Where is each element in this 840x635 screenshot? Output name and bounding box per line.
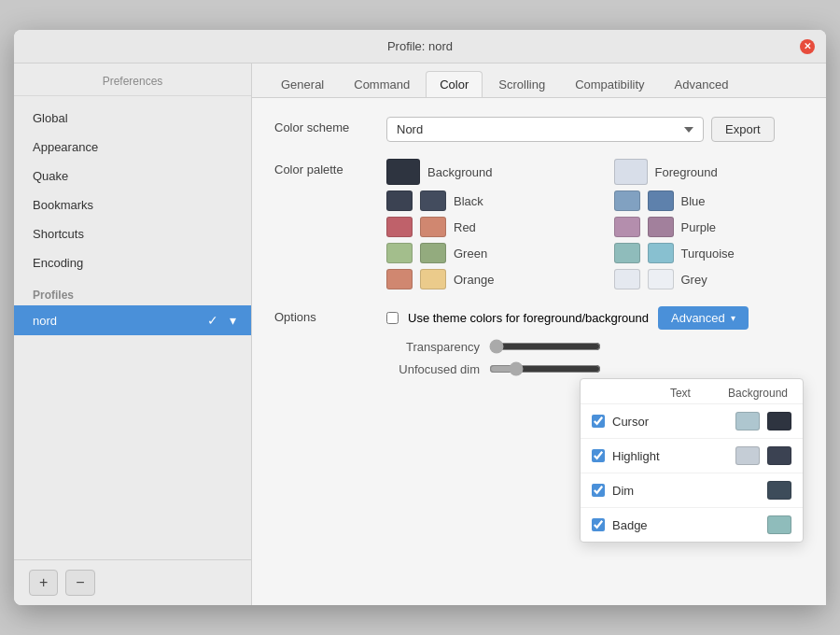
options-label: Options	[274, 306, 386, 324]
blue-swatch-1[interactable]	[614, 190, 640, 211]
export-button[interactable]: Export	[711, 117, 775, 142]
orange-swatch-2[interactable]	[420, 269, 446, 289]
popup-col-text: Text	[670, 387, 691, 400]
grey-swatch-2[interactable]	[648, 269, 674, 289]
background-label: Background	[427, 165, 492, 179]
black-swatch-2[interactable]	[420, 190, 446, 211]
color-scheme-label: Color scheme	[274, 117, 386, 134]
color-scheme-content: Nord Export	[386, 117, 804, 142]
unfocused-dim-slider[interactable]	[489, 361, 601, 376]
transparency-slider[interactable]	[489, 339, 601, 354]
options-row: Options Use theme colors for foreground/…	[274, 306, 804, 384]
palette-row-turquoise: Turquoise	[614, 243, 805, 263]
main-area: General Command Color Scrolling Compatib…	[252, 64, 826, 605]
badge-checkbox[interactable]	[592, 518, 605, 531]
palette-row-blue: Blue	[614, 190, 805, 211]
palette-row-foreground: Foreground	[614, 159, 805, 185]
palette-row-purple: Purple	[614, 217, 805, 237]
foreground-swatch[interactable]	[614, 159, 648, 185]
add-profile-button[interactable]: +	[29, 570, 58, 596]
remove-profile-button[interactable]: −	[65, 570, 94, 596]
main-window: Profile: nord ✕ Preferences Global Appea…	[14, 30, 826, 605]
palette-row-red: Red	[386, 217, 577, 237]
sidebar-item-shortcuts[interactable]: Shortcuts	[14, 219, 251, 248]
sidebar-footer: + −	[14, 559, 251, 605]
cursor-bg-swatch[interactable]	[767, 412, 791, 430]
dim-checkbox[interactable]	[592, 484, 605, 497]
grey-swatch-1[interactable]	[614, 269, 640, 289]
close-button[interactable]: ✕	[800, 39, 815, 54]
orange-label: Orange	[454, 273, 494, 287]
purple-swatch-2[interactable]	[648, 217, 674, 237]
tab-scrolling[interactable]: Scrolling	[484, 71, 559, 97]
sidebar-item-nord[interactable]: nord ✓ ▾	[14, 305, 251, 335]
profile-check-button[interactable]: ✓	[203, 313, 222, 328]
grey-label: Grey	[681, 273, 707, 287]
sidebar-item-quake[interactable]: Quake	[14, 162, 251, 190]
green-swatch-2[interactable]	[420, 243, 446, 263]
highlight-checkbox[interactable]	[592, 449, 605, 462]
use-theme-label: Use theme colors for foreground/backgrou…	[408, 311, 649, 325]
main-content: Color scheme Nord Export Color palette	[252, 98, 826, 605]
cursor-text-swatch[interactable]	[735, 412, 760, 430]
cursor-checkbox[interactable]	[592, 415, 605, 428]
color-palette-row: Color palette Background	[274, 159, 804, 289]
popup-col-background: Background	[728, 387, 788, 400]
title-bar: Profile: nord ✕	[14, 30, 826, 64]
transparency-label: Transparency	[386, 340, 480, 354]
black-label: Black	[454, 194, 483, 208]
color-palette-content: Background Black	[386, 159, 804, 289]
palette-grid: Background Black	[386, 159, 804, 289]
profile-name: nord	[33, 314, 203, 328]
palette-row-black: Black	[386, 190, 577, 211]
advanced-button[interactable]: Advanced ▾	[658, 306, 749, 330]
tab-general[interactable]: General	[267, 71, 338, 97]
highlight-label: Highlight	[612, 449, 728, 463]
tab-color[interactable]: Color	[426, 71, 483, 97]
color-palette-label: Color palette	[274, 159, 386, 176]
background-swatch[interactable]	[386, 159, 420, 185]
dim-bg-swatch[interactable]	[767, 481, 791, 500]
turquoise-swatch-1[interactable]	[614, 243, 640, 263]
badge-text-swatch[interactable]	[767, 515, 791, 534]
palette-right: Foreground Blue	[614, 159, 805, 289]
black-swatch-1[interactable]	[386, 190, 413, 211]
chevron-down-icon: ▾	[731, 313, 735, 323]
popup-row-highlight: Highlight	[581, 439, 803, 473]
red-swatch-2[interactable]	[420, 217, 446, 237]
sidebar-header: Preferences	[14, 64, 251, 96]
red-swatch-1[interactable]	[386, 217, 413, 237]
sidebar-item-encoding[interactable]: Encoding	[14, 248, 251, 277]
foreground-label: Foreground	[655, 165, 718, 179]
sidebar-item-global[interactable]: Global	[14, 104, 251, 133]
blue-swatch-2[interactable]	[648, 190, 674, 211]
unfocused-dim-row: Unfocused dim	[386, 361, 804, 376]
tab-advanced[interactable]: Advanced	[661, 71, 743, 97]
sidebar-item-appearance[interactable]: Appearance	[14, 133, 251, 162]
red-label: Red	[454, 220, 476, 234]
palette-row-orange: Orange	[386, 269, 577, 289]
highlight-text-swatch[interactable]	[735, 446, 760, 465]
turquoise-swatch-2[interactable]	[648, 243, 674, 263]
palette-left: Background Black	[386, 159, 577, 289]
profile-actions: ✓ ▾	[203, 313, 240, 328]
green-swatch-1[interactable]	[386, 243, 413, 263]
highlight-bg-swatch[interactable]	[767, 446, 791, 465]
transparency-row: Transparency	[386, 339, 804, 354]
orange-swatch-1[interactable]	[386, 269, 413, 289]
unfocused-dim-label: Unfocused dim	[386, 362, 480, 376]
profile-expand-button[interactable]: ▾	[226, 313, 240, 328]
dim-label: Dim	[612, 484, 728, 498]
use-theme-checkbox[interactable]	[386, 312, 399, 324]
sidebar-item-bookmarks[interactable]: Bookmarks	[14, 190, 251, 219]
purple-swatch-1[interactable]	[614, 217, 640, 237]
sidebar: Preferences Global Appearance Quake Book…	[14, 64, 252, 605]
color-scheme-row: Color scheme Nord Export	[274, 117, 804, 142]
color-scheme-dropdown[interactable]: Nord	[386, 117, 704, 142]
tab-bar: General Command Color Scrolling Compatib…	[252, 64, 826, 98]
popup-row-dim: Dim	[581, 473, 803, 508]
tab-compatibility[interactable]: Compatibility	[561, 71, 658, 97]
green-label: Green	[454, 247, 487, 261]
turquoise-label: Turquoise	[681, 247, 735, 261]
tab-command[interactable]: Command	[340, 71, 424, 97]
